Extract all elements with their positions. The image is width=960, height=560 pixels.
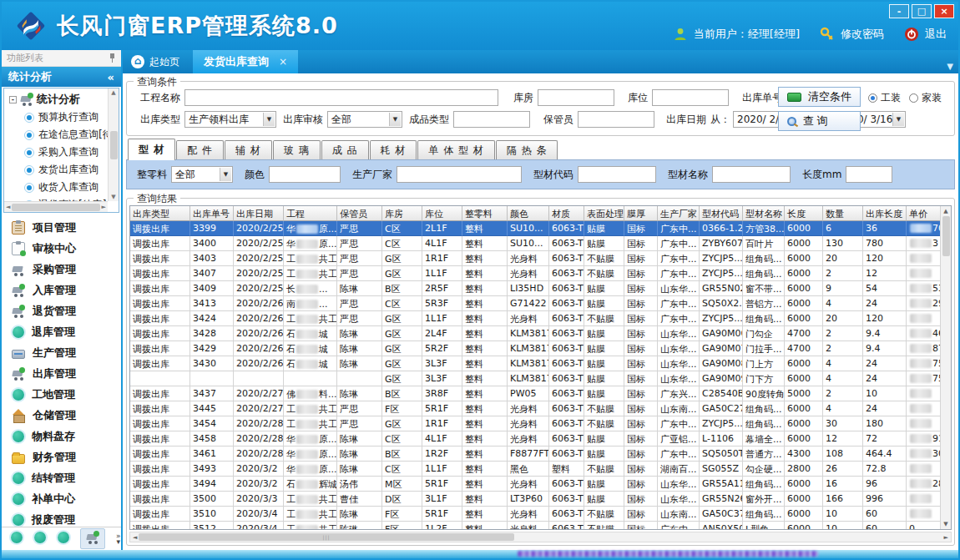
grid-header-cell[interactable]: 保管员 [337,206,382,221]
footer-shortcut[interactable] [10,532,23,546]
table-row[interactable]: 调拨出库34072020/2/25工共工程严思G区1L1F整料光身料6063-T… [130,266,940,281]
table-row[interactable]: 调拨出库34002020/2/25华原...严思C区4L1F整料SU10...6… [130,236,940,251]
sidebar-item-仓储管理[interactable]: 仓储管理 [2,405,121,426]
sidebar-item-工地管理[interactable]: 工地管理 [2,384,121,405]
product-type-input[interactable] [453,111,530,128]
length-input[interactable] [846,166,892,183]
collapse-icon[interactable]: « [108,71,114,83]
tree-item[interactable]: 采购入库查询 [8,144,117,161]
sidebar-item-审核中心[interactable]: 审核中心 [2,238,121,259]
keeper-input[interactable] [578,111,654,128]
out-type-select[interactable]: 生产领料出库▼ [184,111,276,128]
tree-expander-icon[interactable]: - [9,96,17,103]
table-row[interactable]: 调拨出库33992020/2/25华原...严思C区2L1F整料SU10...6… [130,221,940,236]
grid-header-cell[interactable]: 表面处理 [584,206,624,221]
zhengling-select[interactable]: 全部▼ [171,166,233,183]
table-row[interactable]: 调拨出库34542020/2/28工共工程严思G区1R1F整料光身料6063-T… [130,416,940,431]
table-row[interactable]: 调拨出库34132020/2/26南...严思C区5R3F整料G71422606… [130,296,940,311]
sidebar-item-补单中心[interactable]: 补单中心 [2,488,121,509]
table-row[interactable]: 调拨出库34452020/2/27工共工程严思F区5R1F整料光身料6063-T… [130,401,940,416]
tree-item[interactable]: 收货入库查询 [8,179,117,196]
sidebar-item-采购管理[interactable]: 采购管理 [2,259,121,280]
grid-header-cell[interactable]: 出库单号 [190,206,234,221]
grid-header-cell[interactable]: 颜色 [508,206,549,221]
grid-header-cell[interactable]: 出库长度 [863,206,907,221]
tree-horizontal-scrollbar[interactable]: ◄► [4,201,108,212]
tree-item[interactable]: 在途信息查询[待 [8,126,117,144]
tree-vertical-scrollbar[interactable]: ▲▼ [108,88,119,201]
tree-item[interactable]: 预算执行查询 [8,108,117,126]
table-row[interactable]: 调拨出库34282020/2/26石城陈琳G区2L4F整料KLM38176063… [130,326,940,341]
material-tab[interactable]: 隔 热 条 [496,140,558,160]
location-input[interactable] [652,89,729,106]
grid-horizontal-scrollbar[interactable]: ◄|||► [129,532,952,542]
sidebar-item-出库管理[interactable]: 出库管理 [2,363,121,384]
radio-work-wear[interactable] [868,93,877,103]
sidebar-item-退货管理[interactable]: 退货管理 [2,300,121,321]
table-row[interactable]: G区3L3F整料KLM38176063-T5贴膜国标山东华...GA90M09.… [130,371,940,386]
grid-header-cell[interactable]: 生产厂家 [658,206,700,221]
material-tab[interactable]: 玻 璃 [273,140,321,160]
material-tab[interactable]: 耗 材 [370,140,417,160]
grid-header-cell[interactable]: 长度 [785,206,823,221]
footer-shortcut[interactable] [57,532,69,546]
tab-home[interactable]: ⌂ 起始页 [123,50,193,73]
pin-icon[interactable] [109,53,116,63]
tab-close-icon[interactable]: × [279,56,287,68]
sidebar-item-入库管理[interactable]: 入库管理 [2,280,121,300]
grid-header-cell[interactable]: 型材代码 [700,206,743,221]
table-row[interactable]: 调拨出库34932020/3/2华原...陈琳C区1L1F整料黑色塑料不贴膜国标… [130,462,940,477]
sidebar-item-项目管理[interactable]: 项目管理 [2,217,121,238]
grid-header-cell[interactable]: 出库日期 [234,206,284,221]
tab-shipment-outbound-query[interactable]: 发货出库查询 × [193,50,298,73]
tree-item[interactable]: 发货出库查询 [8,161,117,179]
tree-root[interactable]: - 统计分析 [8,91,117,108]
table-row[interactable]: 调拨出库34612020/2/28华原...陈琳B区1R2F整料F8877FT6… [130,446,940,462]
manufacturer-input[interactable] [397,166,522,183]
sidebar-item-报废管理[interactable]: 报废管理 [2,509,121,527]
table-row[interactable]: 调拨出库34582020/2/28华原...陈琳C区4L1F整料光身料6063-… [130,431,940,446]
footer-shortcut[interactable] [80,528,105,549]
stats-section-header[interactable]: 统计分析 « [2,67,121,87]
material-tab[interactable]: 辅 材 [225,140,272,160]
warehouse-input[interactable] [538,89,614,106]
audit-select[interactable]: 全部▼ [327,111,402,128]
table-row[interactable]: 调拨出库35102020/3/4工共工程陈琳F区5R1F整料光身料6063-T5… [130,507,940,522]
sidebar-overflow-button[interactable]: » ▾ [116,533,121,545]
tab-overflow-icon[interactable]: ▼ [947,62,953,71]
grid-header-cell[interactable]: 库位 [422,206,462,221]
grid-header-cell[interactable]: 膜厚 [624,206,658,221]
material-tab[interactable]: 成 品 [321,140,369,160]
grid-vertical-scrollbar[interactable]: ▲▼ [940,206,951,529]
table-row[interactable]: 调拨出库34942020/3/2石辉城汤伟M区5R1F整料光身料6063-T5贴… [130,477,940,492]
sidebar-item-物料盘存[interactable]: 物料盘存 [2,426,121,446]
grid-header-cell[interactable]: 型材名称 [743,206,785,221]
radio-home-decor[interactable] [909,93,918,103]
close-button[interactable]: × [934,4,954,18]
grid-header-cell[interactable]: 数量 [823,206,863,221]
material-tab[interactable]: 单 体 型 材 [417,140,494,160]
color-input[interactable] [269,166,341,183]
material-tab[interactable]: 配 件 [176,140,224,160]
profile-code-input[interactable] [578,166,656,183]
table-row[interactable]: 调拨出库34302020/2/26石城陈琳G区3L3F整料KLM38176063… [130,356,940,371]
table-row[interactable]: 调拨出库34292020/2/26石城陈琳G区5R2F整料KLM38176063… [130,341,940,356]
sidebar-item-财务管理[interactable]: 财务管理 [2,446,121,467]
change-password-link[interactable]: 修改密码 [841,27,884,42]
table-row[interactable]: 调拨出库34032020/2/25工共工程严思G区1R1F整料光身料6063-T… [130,251,940,266]
grid-header-cell[interactable]: 工程 [284,206,337,221]
profile-name-input[interactable] [712,166,791,183]
table-row[interactable]: 调拨出库34092020/2/25长...陈琳B区2R5F整料LI35HD606… [130,281,940,296]
table-row[interactable]: 调拨出库34372020/2/27佛料...陈琳B区3R8F整料PW056063… [130,386,940,401]
search-button[interactable]: 查 询 [778,111,861,131]
grid-header-cell[interactable]: 材质 [549,206,584,221]
logout-link[interactable]: 退出 [925,27,947,42]
table-row[interactable]: 调拨出库35002020/3/3工共工程曹佳D区3L1F整料LT3P606063… [130,492,940,507]
grid-header-cell[interactable]: 库房 [382,206,422,221]
project-name-input[interactable] [184,89,498,106]
clear-conditions-button[interactable]: 清空条件 [778,87,861,107]
maximize-button[interactable]: □ [912,4,932,18]
footer-shortcut[interactable] [33,532,46,546]
grid-header-cell[interactable]: 出库类型 [130,206,190,221]
table-row[interactable]: 调拨出库35122020/3/4工共工程陈琳F区1L2F整料光身料6063-T5… [130,522,940,530]
